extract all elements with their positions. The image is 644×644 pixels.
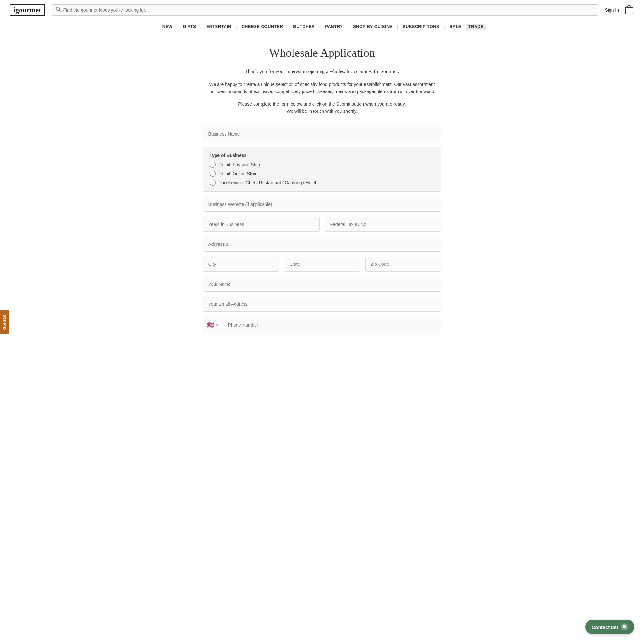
zip-input[interactable] xyxy=(365,257,441,272)
business-name-input[interactable] xyxy=(203,127,441,141)
website-input[interactable] xyxy=(203,197,441,212)
radio-retail-physical[interactable]: Retail: Physical Store xyxy=(210,162,435,168)
svg-rect-2 xyxy=(625,7,633,14)
svg-line-1 xyxy=(59,10,61,12)
email-input[interactable] xyxy=(203,297,441,312)
nav-item-shop-by-cuisine[interactable]: SHOP BY CUISINE xyxy=(349,24,397,29)
search-icon xyxy=(56,7,61,13)
federal-tax-input[interactable] xyxy=(325,217,441,232)
main-nav: NEW | GIFTS | ENTERTAIN | CHEESE COUNTER… xyxy=(0,20,644,33)
side-tab-get10[interactable]: Get $10 xyxy=(0,310,9,334)
nav-item-entertain[interactable]: ENTERTAIN xyxy=(202,24,236,29)
logo[interactable]: igourmet xyxy=(10,4,45,16)
nav-item-trade[interactable]: TRADE xyxy=(466,24,486,30)
svg-point-0 xyxy=(56,7,59,11)
state-input[interactable] xyxy=(284,257,360,272)
cart-icon[interactable] xyxy=(624,5,634,15)
radio-group: Retail: Physical Store Retail: Online St… xyxy=(210,162,435,186)
nav-item-pantry[interactable]: PANTRY xyxy=(321,24,347,29)
header-right: Sign In xyxy=(605,5,634,15)
phone-row: 🇺🇸 xyxy=(203,317,441,333)
form-note-line2: We will be in touch with you shortly. xyxy=(287,109,358,114)
radio-input-retail-online[interactable] xyxy=(210,171,216,177)
form-note: Please complete the form below and click… xyxy=(203,101,441,115)
search-input[interactable] xyxy=(63,7,594,13)
radio-label-foodservice: Foodservice: Chef / Restaurant / Caterin… xyxy=(219,180,316,185)
phone-input[interactable] xyxy=(223,318,441,332)
nav-item-subscriptions[interactable]: SUBSCRIPTIONS xyxy=(398,24,444,29)
type-of-business-box: Type of Business Retail: Physical Store … xyxy=(203,147,441,192)
radio-input-retail-physical[interactable] xyxy=(210,162,216,168)
nav-item-cheese-counter[interactable]: CHEESE COUNTER xyxy=(237,24,287,29)
years-tax-row xyxy=(203,217,441,232)
wholesale-form: Type of Business Retail: Physical Store … xyxy=(203,127,441,333)
radio-input-foodservice[interactable] xyxy=(210,180,216,186)
phone-flag-selector[interactable]: 🇺🇸 xyxy=(203,317,223,333)
your-name-input[interactable] xyxy=(203,277,441,292)
address1-input[interactable] xyxy=(203,237,441,252)
radio-label-retail-online: Retail: Online Store xyxy=(219,171,258,176)
intro-text: Thank you for your interest in opening a… xyxy=(203,69,441,74)
years-in-business-input[interactable] xyxy=(203,217,320,232)
description-text: We are happy to create a unique selectio… xyxy=(203,81,441,95)
page-title: Wholesale Application xyxy=(203,46,441,60)
radio-retail-online[interactable]: Retail: Online Store xyxy=(210,171,435,177)
nav-item-gifts[interactable]: GIFTS xyxy=(178,24,201,29)
chevron-down-icon xyxy=(216,323,219,327)
flag-emoji: 🇺🇸 xyxy=(207,322,214,329)
city-state-zip-row xyxy=(203,257,441,272)
radio-foodservice[interactable]: Foodservice: Chef / Restaurant / Caterin… xyxy=(210,180,435,186)
type-of-business-label: Type of Business xyxy=(210,153,435,158)
nav-item-sale[interactable]: SALE xyxy=(445,24,466,29)
search-bar xyxy=(52,4,599,16)
sign-in-link[interactable]: Sign In xyxy=(605,7,619,13)
nav-item-new[interactable]: NEW xyxy=(158,24,177,29)
header: igourmet Sign In xyxy=(0,0,644,20)
nav-item-butcher[interactable]: BUTCHER xyxy=(289,24,319,29)
radio-label-retail-physical: Retail: Physical Store xyxy=(219,162,262,167)
city-input[interactable] xyxy=(203,257,279,272)
form-note-line1: Please complete the form below and click… xyxy=(238,101,406,107)
main-content: Wholesale Application Thank you for your… xyxy=(197,33,448,353)
